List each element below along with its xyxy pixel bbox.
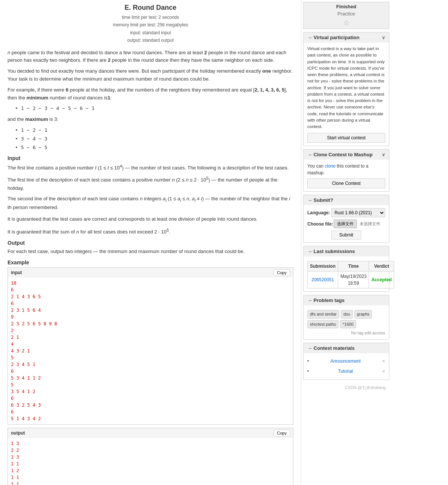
file-placeholder: 未选择文件 xyxy=(360,221,380,226)
problem-tags-header[interactable]: → Problem tags xyxy=(304,295,389,305)
remove-icon[interactable]: × xyxy=(382,368,385,375)
announcement-link[interactable]: Announcement xyxy=(330,358,361,365)
copy-input-button[interactable]: Copy xyxy=(273,269,290,276)
star-icon[interactable]: ☆ xyxy=(305,18,387,27)
input-section-title: Input xyxy=(8,155,293,161)
file-label: Choose file: xyxy=(307,221,334,227)
virtual-participation-body: Virtual contest is a way to take part in… xyxy=(304,43,389,146)
contest-materials-body: • Announcement × • Tutorial × xyxy=(304,353,389,380)
tutorial-link[interactable]: Tutorial xyxy=(338,368,353,375)
submit-body: Language: Rust 1.66.0 (2021) Choose file… xyxy=(304,205,389,242)
statement-para1: n people came to the festival and decide… xyxy=(8,49,293,65)
input-para1: The first line contains a positive numbe… xyxy=(8,163,293,172)
submit-header[interactable]: → Submit? xyxy=(304,195,389,205)
language-select[interactable]: Rust 1.66.0 (2021) xyxy=(331,208,385,217)
time-col-header: Time xyxy=(338,261,369,271)
submit-button[interactable]: Submit xyxy=(331,230,361,239)
tag-rating[interactable]: *1600 xyxy=(340,320,356,329)
clone-contest-header[interactable]: → Clone Contest to Mashup ∨ xyxy=(304,149,389,160)
practice-label: Practice xyxy=(305,9,387,18)
file-row: Choose file: 选择文件 未选择文件 xyxy=(307,220,385,228)
submit-title: → Submit? xyxy=(307,197,333,203)
guarantee1: It is guaranteed that the test cases are… xyxy=(8,215,293,223)
output-code: 1 3 2 2 1 3 1 1 1 2 1 1 1 1 2 2 1 1 2 1 xyxy=(8,438,293,485)
output-example-box: output Copy 1 3 2 2 1 3 1 1 1 2 1 1 1 1 … xyxy=(8,428,293,485)
contest-materials-section: → Contest materials • Announcement × • T… xyxy=(303,343,389,380)
submission-link[interactable]: 206520051 xyxy=(311,277,334,282)
output-label: output xyxy=(11,430,25,436)
problem-title: E. Round Dance xyxy=(8,4,293,12)
problem-tags-title: → Problem tags xyxy=(307,297,345,303)
memory-limit: memory limit per test: 256 megabytes xyxy=(8,21,293,29)
file-input-area: 选择文件 未选择文件 xyxy=(334,220,380,228)
sidebar: Finished Practice ☆ → Virtual participat… xyxy=(301,0,391,485)
output-para: For each test case, output two integers … xyxy=(8,248,293,256)
output-type: output: standard output xyxy=(8,37,293,44)
max-bullets: 1 − 2 − 1 3 − 4 − 3 5 − 6 − 5 xyxy=(8,127,293,151)
tag-dfs[interactable]: dfs and similar xyxy=(307,310,339,319)
remove-icon[interactable]: × xyxy=(382,357,385,365)
input-text: The first line contains a positive numbe… xyxy=(8,163,293,212)
bullet-item: 5 − 6 − 5 xyxy=(15,144,293,152)
chevron-icon: ∨ xyxy=(382,35,385,40)
input-para3: The second line of the description of ea… xyxy=(8,195,293,212)
language-label: Language: xyxy=(307,209,331,216)
min-bullets: 1 − 2 − 3 − 4 − 5 − 6 − 1 xyxy=(8,105,293,113)
contest-materials-title: → Contest materials xyxy=(307,345,355,351)
input-para2: The first line of the description of eac… xyxy=(8,175,293,192)
input-example-box: input Copy 10 6 2 1 4 3 6 5 6 2 3 1 5 6 … xyxy=(8,267,293,425)
clone-contest-button[interactable]: Clone Contest xyxy=(307,178,385,188)
statement-para2: You decided to find out exactly how many… xyxy=(8,67,293,83)
no-tag-edit: No tag edit access xyxy=(307,330,385,336)
table-header-row: Submission Time Verdict xyxy=(308,261,394,271)
clone-contest-title: → Clone Contest to Mashup xyxy=(307,152,372,157)
bullet-item: 3 − 4 − 3 xyxy=(15,135,293,143)
virtual-participation-section: → Virtual participation ∨ Virtual contes… xyxy=(303,32,389,146)
virtual-participation-title: → Virtual participation xyxy=(307,35,359,40)
contest-materials-header[interactable]: → Contest materials xyxy=(304,343,389,353)
last-submissions-title: → Last submissions xyxy=(307,249,355,254)
last-submissions-section: → Last submissions Submission Time Verdi… xyxy=(303,246,389,292)
example-title: Example xyxy=(8,259,293,265)
problem-tags-body: dfs and similar dsu graphs shortest path… xyxy=(304,305,389,339)
clone-text: You can clone this contest to a mashup. xyxy=(307,163,385,176)
last-submissions-header[interactable]: → Last submissions xyxy=(304,246,389,256)
bullet-icon: • xyxy=(307,358,309,365)
virtual-text: Virtual contest is a way to take part in… xyxy=(307,46,385,130)
input-label: input xyxy=(11,270,22,275)
bullet-item: 1 − 2 − 1 xyxy=(15,127,293,134)
watermark: CSDN @七水shuliang xyxy=(303,383,389,392)
max-prefix: and the maximum is 3: xyxy=(8,116,293,124)
last-submissions-body: Submission Time Verdict 206520051 May/19… xyxy=(304,256,389,291)
submission-id: 206520051 xyxy=(308,271,338,288)
copy-output-button[interactable]: Copy xyxy=(273,430,290,436)
tag-dsu[interactable]: dsu xyxy=(341,310,353,319)
submission-verdict: Accepted xyxy=(369,271,394,288)
start-virtual-contest-button[interactable]: Start virtual contest xyxy=(307,133,385,143)
submission-col-header: Submission xyxy=(308,261,338,271)
virtual-participation-header[interactable]: → Virtual participation ∨ xyxy=(304,32,389,43)
clone-contest-section: → Clone Contest to Mashup ∨ You can clon… xyxy=(303,149,389,192)
verdict-col-header: Verdict xyxy=(369,261,394,271)
choose-file-button[interactable]: 选择文件 xyxy=(334,220,357,228)
tag-shortest-paths[interactable]: shortest paths xyxy=(307,320,339,329)
clone-link[interactable]: clone xyxy=(325,163,336,169)
output-example-header: output Copy xyxy=(8,428,293,438)
input-code: 10 6 2 1 4 3 6 5 6 2 3 1 5 6 4 9 2 3 2 5… xyxy=(8,278,293,424)
output-section-title: Output xyxy=(8,240,293,246)
submissions-table: Submission Time Verdict 206520051 May/19… xyxy=(307,261,394,288)
statement-para3: For example, if there were 6 people at t… xyxy=(8,86,293,102)
contest-materials-list: • Announcement × • Tutorial × xyxy=(307,356,385,377)
bullet-icon: • xyxy=(307,368,309,375)
tags-container: dfs and similar dsu graphs shortest path… xyxy=(307,310,385,328)
guarantee2: It is guaranteed that the sum of n for a… xyxy=(8,227,293,236)
problem-tags-section: → Problem tags dfs and similar dsu graph… xyxy=(303,295,389,340)
main-content: E. Round Dance time limit per test: 2 se… xyxy=(0,0,301,485)
submission-time: May/19/202318:59 xyxy=(338,271,369,288)
language-row: Language: Rust 1.66.0 (2021) xyxy=(307,208,385,217)
list-item: • Announcement × xyxy=(307,356,385,366)
status-box: Finished Practice ☆ xyxy=(303,2,389,29)
tag-graphs[interactable]: graphs xyxy=(354,310,372,319)
list-item: • Tutorial × xyxy=(307,366,385,377)
chevron-icon: ∨ xyxy=(382,152,385,157)
